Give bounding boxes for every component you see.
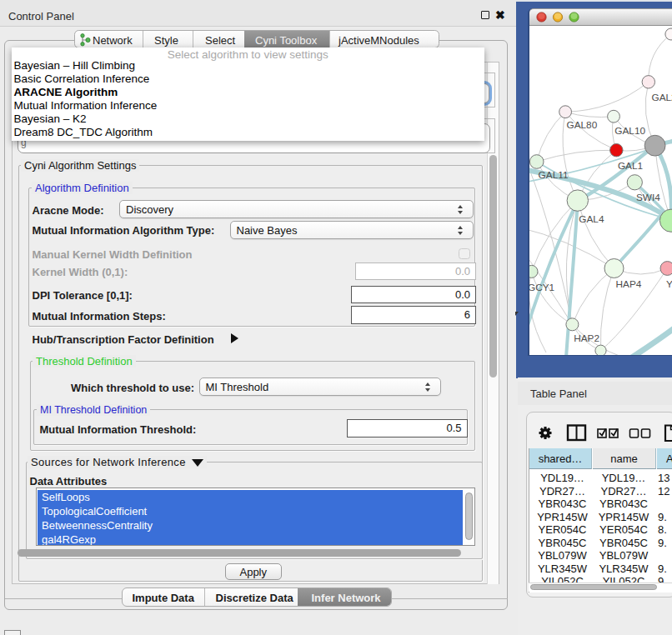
- svg-text:GAL10: GAL10: [614, 125, 645, 137]
- svg-text:GCY1: GCY1: [529, 282, 554, 293]
- svg-text:GAL11: GAL11: [538, 169, 568, 181]
- svg-text:GAL4: GAL4: [579, 213, 604, 225]
- svg-text:GAL2: GAL2: [651, 92, 672, 103]
- svg-text:HAP2: HAP2: [574, 332, 599, 344]
- svg-text:Y: Y: [665, 278, 672, 290]
- svg-text:HAP4: HAP4: [615, 278, 641, 290]
- svg-text:GAL80: GAL80: [566, 119, 597, 131]
- svg-text:SWI4: SWI4: [636, 192, 660, 203]
- svg-text:GAL1: GAL1: [617, 160, 642, 172]
